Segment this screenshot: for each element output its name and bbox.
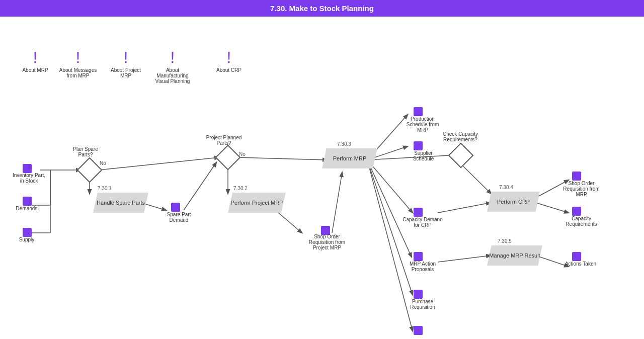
production-schedule-icon — [414, 107, 423, 116]
demands-icon — [23, 197, 32, 206]
svg-line-15 — [367, 160, 413, 213]
num-7301: 7.30.1 — [97, 186, 113, 191]
handle-spare-parts[interactable]: Handle Spare Parts — [93, 193, 148, 213]
inventory-part-label: Inventory Part, in Stock — [10, 173, 48, 184]
spare-part-demand-label: Spare Part Demand — [160, 212, 198, 223]
actions-taken-label: Actions Taken — [563, 261, 598, 267]
perform-mrp-label: Perform MRP — [333, 155, 367, 161]
header: 7.30. Make to Stock Planning — [0, 0, 644, 17]
demands-label: Demands — [14, 206, 39, 211]
perform-crp[interactable]: Perform CRP — [487, 192, 540, 212]
svg-line-21 — [438, 256, 491, 262]
svg-line-16 — [367, 160, 412, 257]
legend-about-manufacturing[interactable]: ! About Manufacturing Visual Planning — [150, 49, 195, 84]
mrp-action-proposals-label: MRP Action Proposals — [403, 261, 443, 272]
gateway-check-capacity-label: Check Capacity Requirements? — [438, 131, 483, 142]
capacity-requirements-icon — [572, 207, 581, 216]
svg-line-20 — [438, 203, 491, 213]
legend-about-messages[interactable]: ! About Messages from MRP — [58, 49, 98, 78]
page-title: 7.30. Make to Stock Planning — [270, 4, 374, 13]
gateway-plan-spare-parts-label: Plan Spare Parts? — [65, 146, 106, 157]
svg-line-7 — [99, 157, 219, 170]
perform-crp-label: Perform CRP — [497, 199, 530, 205]
svg-line-10 — [237, 157, 327, 160]
supplier-schedule-label: Supplier Schedule — [405, 150, 442, 161]
shop-order-mrp-label: Shop Order Requisition from MRP — [560, 181, 603, 197]
mrp-planned-demand-label: MRP Planned Demand — [403, 335, 443, 335]
supplier-schedule-icon — [414, 141, 423, 150]
gateway-project-planned — [215, 145, 241, 171]
legend-about-project-mrp[interactable]: ! About Project MRP — [106, 49, 146, 78]
legend-about-crp[interactable]: ! About CRP — [209, 49, 249, 73]
perform-mrp[interactable]: Perform MRP — [322, 148, 377, 168]
legend-about-mrp[interactable]: ! About MRP — [15, 49, 55, 73]
perform-project-mrp[interactable]: Perform Project MRP — [228, 193, 286, 213]
production-schedule-label: Production Schedule from MRP — [403, 116, 443, 133]
svg-line-23 — [536, 203, 569, 213]
no-label-1: No — [100, 160, 106, 166]
supply-label: Supply — [17, 237, 37, 242]
legend-label: About MRP — [22, 67, 48, 73]
perform-project-mrp-label: Perform Project MRP — [231, 200, 283, 206]
shop-order-mrp-icon — [572, 172, 581, 181]
spare-part-demand-icon — [171, 203, 180, 212]
manage-mrp-result[interactable]: Manage MRP Result — [487, 245, 542, 266]
diagram-area: ! About MRP ! About Messages from MRP ! … — [0, 17, 644, 335]
svg-line-25 — [332, 173, 342, 233]
supply-icon — [23, 228, 32, 237]
exclamation-icon: ! — [227, 49, 231, 65]
mrp-action-proposals-icon — [414, 252, 423, 261]
legend-label: About Manufacturing Visual Planning — [150, 67, 195, 84]
no-label-2: No — [239, 151, 246, 157]
manage-mrp-result-label: Manage MRP Result — [489, 252, 540, 259]
exclamation-icon: ! — [171, 49, 175, 65]
gateway-plan-spare-parts — [77, 157, 103, 183]
num-7303: 7.30.3 — [336, 141, 352, 147]
num-7302: 7.30.2 — [232, 186, 249, 191]
legend-label: About Project MRP — [106, 67, 146, 78]
shop-order-project-label: Shop Order Requisition from Project MRP — [307, 234, 347, 250]
capacity-demand-icon — [414, 208, 423, 217]
svg-line-19 — [461, 164, 491, 194]
purchase-requisition-icon — [414, 290, 423, 299]
capacity-requirements-label: Capacity Requirements — [560, 216, 603, 227]
purchase-requisition-label: Purchase Requisition — [403, 299, 443, 310]
gateway-project-planned-label: Project Planned Parts? — [204, 135, 244, 146]
exclamation-icon: ! — [124, 49, 128, 65]
legend-label: About CRP — [216, 67, 242, 73]
exclamation-icon: ! — [76, 49, 80, 65]
num-7304: 7.30.4 — [498, 185, 514, 190]
capacity-demand-label: Capacity Demand for CRP — [403, 217, 443, 228]
legend-label: About Messages from MRP — [58, 67, 98, 78]
handle-spare-parts-label: Handle Spare Parts — [97, 200, 145, 206]
exclamation-icon: ! — [33, 49, 38, 65]
svg-line-11 — [184, 162, 216, 210]
inventory-part-icon — [23, 164, 32, 173]
num-7305: 7.30.5 — [497, 238, 513, 244]
actions-taken-icon — [572, 252, 581, 261]
mrp-planned-demand-icon — [414, 326, 423, 335]
gateway-check-capacity — [448, 143, 474, 168]
